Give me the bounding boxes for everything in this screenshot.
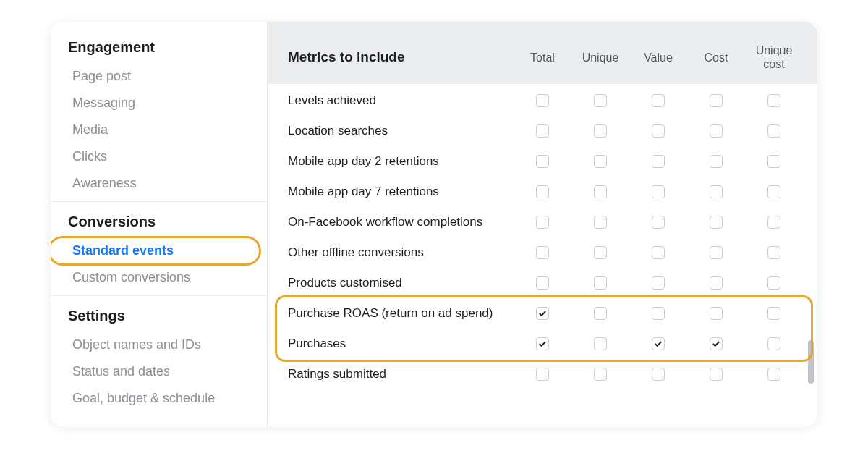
scrollbar-thumb[interactable]: [808, 340, 814, 384]
checkbox[interactable]: [536, 216, 549, 229]
checkbox[interactable]: [536, 155, 549, 168]
sidebar-item-standard-events[interactable]: Standard events: [51, 237, 267, 264]
checkbox[interactable]: [710, 246, 723, 259]
checkbox-cell: [631, 155, 686, 168]
checkbox[interactable]: [594, 307, 607, 320]
checkbox[interactable]: [536, 124, 549, 138]
checkbox[interactable]: [767, 124, 780, 138]
checkbox[interactable]: [652, 246, 665, 259]
sidebar-group-title: Conversions: [51, 209, 267, 237]
checkbox-cell: [689, 337, 744, 350]
checkbox-cell: [746, 307, 801, 320]
checkbox[interactable]: [536, 307, 549, 320]
checkbox[interactable]: [536, 94, 549, 107]
checkbox[interactable]: [767, 276, 780, 290]
checkbox[interactable]: [594, 216, 607, 229]
sidebar-item-awareness[interactable]: Awareness: [51, 170, 267, 197]
checkbox[interactable]: [652, 337, 665, 350]
checkbox[interactable]: [710, 368, 723, 381]
checkbox[interactable]: [536, 337, 549, 350]
table-row: Products customised: [288, 268, 801, 298]
checkbox-cell: [573, 94, 628, 107]
checkbox-cell: [515, 216, 570, 229]
checkbox-cell: [515, 368, 570, 381]
checkbox[interactable]: [767, 337, 780, 350]
checkbox[interactable]: [536, 246, 549, 259]
table-row: Location searches: [288, 116, 801, 146]
sidebar-item-messaging[interactable]: Messaging: [51, 90, 267, 117]
checkbox[interactable]: [536, 185, 549, 198]
checkbox[interactable]: [594, 246, 607, 259]
checkbox-cell: [746, 155, 801, 168]
sidebar-group: ConversionsStandard eventsCustom convers…: [51, 209, 267, 296]
checkbox[interactable]: [536, 368, 549, 381]
table-row: Purchase ROAS (return on ad spend): [288, 298, 801, 329]
checkbox[interactable]: [594, 185, 607, 198]
checkbox[interactable]: [710, 185, 723, 198]
checkbox[interactable]: [652, 216, 665, 229]
checkbox[interactable]: [652, 185, 665, 198]
checkbox-cell: [631, 185, 686, 198]
checkbox[interactable]: [767, 155, 780, 168]
checkbox[interactable]: [767, 246, 780, 259]
sidebar-item-status-and-dates[interactable]: Status and dates: [51, 358, 267, 385]
sidebar-group-title: Engagement: [51, 35, 267, 63]
checkbox-cell: [689, 155, 744, 168]
sidebar-item-custom-conversions[interactable]: Custom conversions: [51, 264, 267, 291]
checkbox-cell: [515, 94, 570, 107]
checkbox[interactable]: [652, 155, 665, 168]
checkbox-cell: [515, 246, 570, 259]
header-metric-label: Metrics to include: [288, 49, 512, 65]
checkbox[interactable]: [594, 368, 607, 381]
metric-label: On-Facebook workflow completions: [288, 215, 512, 229]
checkbox[interactable]: [594, 155, 607, 168]
checkbox[interactable]: [710, 276, 723, 290]
checkbox[interactable]: [710, 94, 723, 107]
checkbox-cell: [573, 246, 628, 259]
checkbox-cell: [689, 185, 744, 198]
checkbox-cell: [631, 368, 686, 381]
table-row: Mobile app day 7 retentions: [288, 177, 801, 207]
sidebar-item-page-post[interactable]: Page post: [51, 63, 267, 90]
checkbox-cell: [515, 276, 570, 290]
checkbox[interactable]: [710, 155, 723, 168]
header-col-total: Total: [515, 51, 570, 64]
checkbox[interactable]: [652, 368, 665, 381]
checkbox[interactable]: [594, 94, 607, 107]
header-col-unique-cost: Unique cost: [746, 43, 801, 71]
checkbox[interactable]: [767, 307, 780, 320]
checkbox[interactable]: [710, 216, 723, 229]
table-row: Mobile app day 2 retentions: [288, 146, 801, 177]
metric-label: Ratings submitted: [288, 367, 512, 381]
checkbox[interactable]: [536, 276, 549, 290]
sidebar-item-clicks[interactable]: Clicks: [51, 143, 267, 170]
checkbox[interactable]: [710, 337, 723, 350]
checkbox[interactable]: [594, 337, 607, 350]
header-col-unique: Unique: [573, 51, 628, 64]
checkbox[interactable]: [710, 124, 723, 138]
checkbox[interactable]: [767, 368, 780, 381]
checkbox[interactable]: [710, 307, 723, 320]
sidebar-item-object-names-and-ids[interactable]: Object names and IDs: [51, 332, 267, 358]
checkbox[interactable]: [767, 185, 780, 198]
checkbox[interactable]: [767, 94, 780, 107]
checkbox-cell: [746, 368, 801, 381]
metric-label: Other offline conversions: [288, 245, 512, 260]
checkbox-cell: [515, 307, 570, 320]
checkbox[interactable]: [652, 307, 665, 320]
sidebar-item-goal-budget-schedule[interactable]: Goal, budget & schedule: [51, 385, 267, 412]
metric-label: Mobile app day 7 retentions: [288, 185, 512, 199]
main-content: Metrics to include Total Unique Value Co…: [268, 22, 817, 427]
checkbox-cell: [515, 337, 570, 350]
checkbox[interactable]: [652, 124, 665, 138]
checkbox-cell: [689, 368, 744, 381]
table-body: Levels achievedLocation searchesMobile a…: [268, 84, 817, 427]
checkbox[interactable]: [594, 276, 607, 290]
checkbox-cell: [746, 216, 801, 229]
checkbox[interactable]: [652, 276, 665, 290]
checkbox[interactable]: [594, 124, 607, 138]
checkbox-cell: [631, 246, 686, 259]
sidebar-item-media[interactable]: Media: [51, 117, 267, 143]
checkbox[interactable]: [767, 216, 780, 229]
checkbox[interactable]: [652, 94, 665, 107]
